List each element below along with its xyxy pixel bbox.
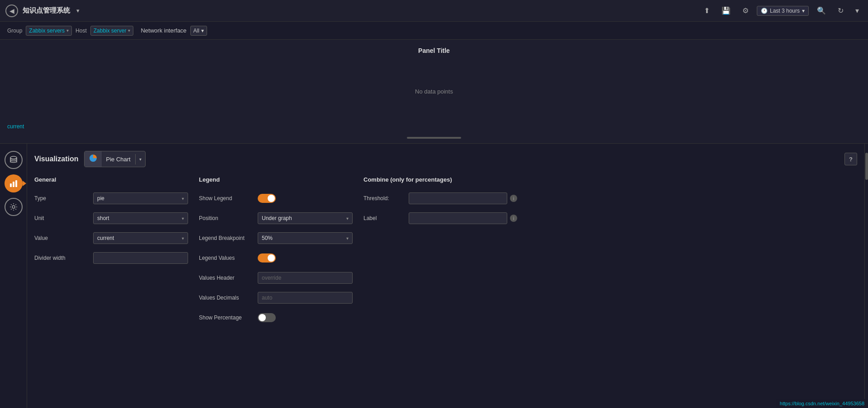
values-header-label: Values Header: [199, 275, 258, 281]
visualization-header: Visualization Pie Chart ▾ ?: [34, 151, 857, 167]
back-button[interactable]: ◀: [5, 5, 18, 17]
host-dropdown[interactable]: Zabbix server ▾: [90, 26, 134, 36]
threshold-row: Threshold: 0 i: [363, 190, 517, 206]
show-percentage-toggle[interactable]: [258, 313, 276, 322]
settings-button[interactable]: ⚙: [739, 5, 752, 17]
combine-section: Combine (only for percentages) Threshold…: [363, 176, 517, 230]
scrollbar-thumb: [865, 153, 868, 180]
chart-arrow-icon: ▾: [135, 154, 145, 164]
current-link[interactable]: current: [7, 123, 24, 130]
unit-row: Unit short ▾: [34, 210, 188, 226]
breakpoint-arrow-icon: ▾: [346, 236, 349, 241]
unit-arrow-icon: ▾: [182, 216, 184, 221]
toggle-knob-3: [259, 314, 266, 321]
host-arrow-icon: ▾: [128, 28, 130, 33]
host-label: Host: [75, 28, 87, 34]
threshold-label: Threshold:: [363, 195, 409, 202]
preview-area: Panel Title No data points current: [0, 40, 868, 144]
combine-title: Combine (only for percentages): [363, 176, 517, 185]
visualization-selector[interactable]: Pie Chart ▾: [84, 151, 146, 167]
show-legend-toggle[interactable]: [258, 194, 276, 203]
refresh-button[interactable]: ↻: [834, 5, 847, 17]
position-row: Position Under graph ▾: [199, 210, 353, 226]
no-data-message: No data points: [415, 88, 453, 95]
save-button[interactable]: 💾: [718, 5, 734, 17]
show-percentage-row: Show Percentage: [199, 310, 353, 326]
divider-input[interactable]: 1: [93, 252, 188, 264]
combine-label-label: Label: [363, 215, 409, 221]
value-row: Value current ▾: [34, 230, 188, 246]
values-decimals-label: Values Decimals: [199, 295, 258, 301]
svg-rect-1: [10, 183, 12, 187]
show-legend-row: Show Legend: [199, 190, 353, 206]
pie-chart-icon: [85, 151, 102, 167]
position-label: Position: [199, 215, 258, 221]
value-dropdown[interactable]: current ▾: [93, 232, 188, 244]
top-bar-left: ◀ 知识点管理系统 ▾: [5, 5, 80, 17]
type-label: Type: [34, 195, 93, 202]
values-header-input[interactable]: [258, 272, 353, 284]
breakpoint-label: Legend Breakpoint: [199, 235, 258, 241]
time-range-button[interactable]: 🕐 Last 3 hours ▾: [757, 6, 809, 16]
filter-bar: Group Zabbix servers ▾ Host Zabbix serve…: [0, 22, 868, 40]
main-content: Visualization Pie Chart ▾ ? General Typ: [0, 144, 868, 408]
group-dropdown[interactable]: Zabbix servers ▾: [26, 26, 72, 36]
unit-dropdown[interactable]: short ▾: [93, 212, 188, 224]
right-scrollbar[interactable]: [864, 144, 868, 408]
label-info-icon[interactable]: i: [510, 215, 517, 222]
legend-title: Legend: [199, 176, 353, 185]
all-dropdown[interactable]: All ▾: [190, 26, 207, 36]
label-row: Label Others i: [363, 210, 517, 226]
refresh-arrow-icon[interactable]: ▾: [852, 5, 863, 17]
sidebar: [0, 144, 27, 408]
type-arrow-icon: ▾: [182, 196, 184, 201]
panel-title: Panel Title: [418, 47, 450, 54]
search-button[interactable]: 🔍: [813, 5, 830, 17]
network-interface-label: Network interface: [141, 27, 186, 34]
breakpoint-dropdown[interactable]: 50% ▾: [258, 232, 353, 244]
legend-values-row: Legend Values: [199, 250, 353, 266]
unit-label: Unit: [34, 215, 93, 221]
app-title: 知识点管理系统: [23, 6, 70, 15]
type-row: Type pie ▾: [34, 190, 188, 206]
top-bar: ◀ 知识点管理系统 ▾ ⬆ 💾 ⚙ 🕐 Last 3 hours ▾ 🔍 ↻ ▾: [0, 0, 868, 22]
threshold-input[interactable]: 0: [409, 192, 507, 204]
legend-values-toggle[interactable]: [258, 253, 276, 263]
value-label: Value: [34, 235, 93, 241]
preview-scrollbar[interactable]: [407, 137, 461, 139]
general-section: General Type pie ▾ Unit short ▾: [34, 176, 188, 270]
sidebar-icon-gear[interactable]: [5, 198, 23, 216]
position-arrow-icon: ▾: [346, 216, 349, 221]
svg-rect-2: [13, 182, 14, 187]
values-header-row: Values Header: [199, 270, 353, 286]
share-button[interactable]: ⬆: [700, 5, 713, 17]
legend-values-label: Legend Values: [199, 255, 258, 261]
values-decimals-input[interactable]: [258, 292, 353, 304]
threshold-info-icon[interactable]: i: [510, 195, 517, 202]
toggle-knob: [268, 195, 275, 202]
show-percentage-label: Show Percentage: [199, 314, 258, 321]
help-button[interactable]: ?: [844, 153, 857, 165]
time-arrow-icon: ▾: [802, 8, 805, 14]
top-bar-right: ⬆ 💾 ⚙ 🕐 Last 3 hours ▾ 🔍 ↻ ▾: [700, 5, 863, 17]
group-label: Group: [7, 28, 22, 34]
values-decimals-row: Values Decimals: [199, 290, 353, 306]
sidebar-icon-database[interactable]: [5, 151, 23, 169]
label-input[interactable]: Others: [409, 212, 507, 224]
general-title: General: [34, 176, 188, 185]
type-dropdown[interactable]: pie ▾: [93, 192, 188, 204]
group-arrow-icon: ▾: [66, 28, 69, 33]
title-arrow-icon[interactable]: ▾: [76, 7, 80, 14]
sidebar-icon-chart[interactable]: [5, 174, 23, 192]
visualization-label: Visualization: [34, 155, 79, 163]
legend-section: Legend Show Legend Position Under graph …: [199, 176, 353, 329]
panel-settings: Visualization Pie Chart ▾ ? General Typ: [27, 144, 864, 408]
url-bar: https://blog.csdn.net/weixin_44953658: [776, 399, 868, 408]
svg-point-4: [12, 206, 15, 208]
chart-name: Pie Chart: [102, 153, 135, 165]
show-legend-label: Show Legend: [199, 195, 258, 202]
all-arrow-icon: ▾: [201, 28, 204, 34]
divider-label: Divider width: [34, 255, 93, 261]
position-dropdown[interactable]: Under graph ▾: [258, 212, 353, 224]
clock-icon: 🕐: [761, 8, 768, 14]
